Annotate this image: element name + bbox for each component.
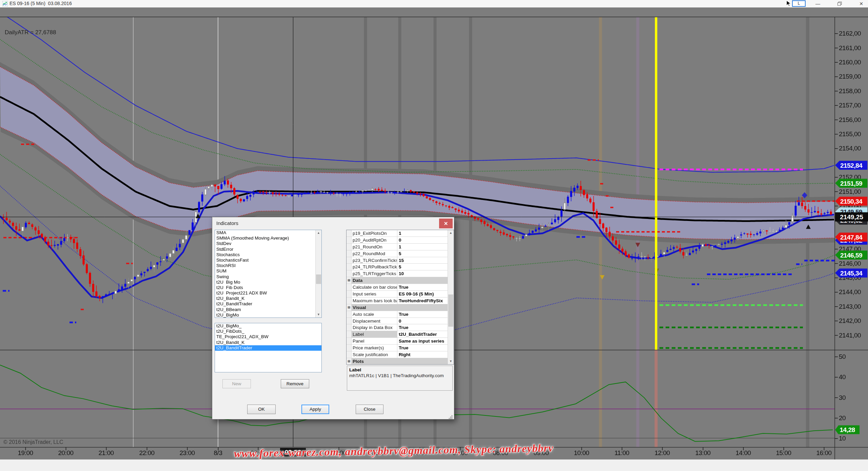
remove-button[interactable]: Remove bbox=[281, 379, 309, 388]
applied-indicator-item[interactable]: TE_Project221_ADX_BW bbox=[215, 334, 321, 340]
property-name: Scale justification bbox=[352, 351, 397, 358]
property-name: Price marker(s) bbox=[352, 345, 397, 351]
indicator-list-item[interactable]: t2U_BBeam bbox=[215, 307, 321, 312]
scroll-down-icon[interactable]: ▼ bbox=[448, 359, 454, 364]
indicator-list-item[interactable]: t2U Project221 ADX BW bbox=[215, 290, 321, 296]
property-value[interactable]: 5 bbox=[397, 264, 454, 270]
property-value[interactable]: True bbox=[397, 311, 454, 318]
indicator-list-item[interactable]: Stochastics bbox=[215, 252, 321, 258]
indicator-list-item[interactable]: StdDev bbox=[215, 241, 321, 246]
scroll-up-icon[interactable]: ▲ bbox=[448, 230, 454, 236]
property-value[interactable]: Same as input series bbox=[397, 338, 454, 344]
property-name: p21_RoundOn bbox=[352, 244, 397, 250]
indicator-list-item[interactable]: StochRSI bbox=[215, 263, 321, 268]
applied-indicator-item[interactable]: t2U_BanditTrader bbox=[215, 345, 321, 351]
property-value[interactable]: 1 bbox=[397, 230, 454, 237]
property-row[interactable]: Display in Data BoxTrue bbox=[347, 324, 454, 331]
property-row[interactable]: Auto scaleTrue bbox=[347, 311, 454, 318]
available-indicators-list[interactable]: SMASMMA (Smoothed Moving Average)StdDevS… bbox=[215, 230, 322, 318]
time-tick-label: 16:00 bbox=[816, 449, 831, 457]
time-tick-label: 11:00 bbox=[614, 449, 629, 457]
indicator-list-item[interactable]: StdError bbox=[215, 247, 321, 252]
ninjatrader-chart-window: ES 09-16 (5 Min) 03.08.2016 L — ✕ ES 09-… bbox=[0, 0, 868, 471]
scroll-up-icon[interactable]: ▲ bbox=[316, 230, 321, 236]
property-value[interactable]: 1 bbox=[397, 244, 454, 250]
property-row[interactable]: Labelt2U_BanditTrader bbox=[347, 331, 454, 338]
property-value[interactable]: Right bbox=[397, 351, 454, 358]
indicator-list-item[interactable]: t2U_Bandit_K bbox=[215, 296, 321, 301]
time-tick-label: 15:00 bbox=[776, 449, 791, 457]
apply-button[interactable]: Apply bbox=[301, 405, 329, 414]
property-row[interactable]: p24_TLRPullbackTicks5 bbox=[347, 264, 454, 270]
property-section-row[interactable]: ⊟Data bbox=[347, 277, 454, 284]
available-list-scrollbar[interactable]: ▲ ▼ bbox=[315, 230, 321, 318]
applied-indicator-item[interactable]: t2U_FibDots_ bbox=[215, 329, 321, 334]
indicator-list-item[interactable]: Swing bbox=[215, 274, 321, 280]
crosshair-price-box: 2149,25 bbox=[835, 212, 868, 221]
new-button[interactable]: New bbox=[222, 379, 251, 388]
property-row[interactable]: p19_ExitPlotsOn1 bbox=[347, 230, 454, 237]
indicator-list-item[interactable]: t2U_BigMo bbox=[215, 312, 321, 318]
applied-indicator-item[interactable]: t2U_BigMo_ bbox=[215, 323, 321, 329]
price-tick-label: 2159,00 bbox=[839, 73, 861, 80]
property-name: p23_TLRConfirmTicks bbox=[352, 257, 397, 264]
properties-scrollbar[interactable]: ▲ ▼ bbox=[448, 230, 454, 364]
property-value[interactable]: TwoHundredFiftySix bbox=[397, 298, 454, 304]
property-value[interactable]: 15 bbox=[397, 257, 454, 264]
indicator-list-item[interactable]: SMMA (Smoothed Moving Average) bbox=[215, 236, 321, 241]
property-row[interactable]: Calculate on bar closeTrue bbox=[347, 284, 454, 291]
collapse-icon[interactable]: ⊟ bbox=[347, 304, 352, 311]
property-value[interactable]: True bbox=[397, 345, 454, 351]
property-value[interactable]: ES 09-16 (5 Min) bbox=[397, 291, 454, 297]
horizontal-scrollbar[interactable]: ‹ › bbox=[0, 459, 868, 471]
property-row[interactable]: Maximum bars look backTwoHundredFiftySix bbox=[347, 298, 454, 304]
time-tick-label: 22:00 bbox=[139, 449, 154, 457]
maximize-button[interactable] bbox=[832, 0, 847, 7]
close-window-button[interactable]: ✕ bbox=[854, 0, 868, 7]
property-row[interactable]: Price marker(s)True bbox=[347, 345, 454, 351]
indicator-list-item[interactable]: t2U Big Mo bbox=[215, 280, 321, 285]
indicator-properties-grid[interactable]: p19_ExitPlotsOn1p20_AuditRptOn0p21_Round… bbox=[346, 230, 454, 365]
property-row[interactable]: p25_TLRTriggerTicks10 bbox=[347, 270, 454, 277]
indicators-dialog: Indicators ✕ SMASMMA (Smoothed Moving Av… bbox=[212, 217, 454, 419]
collapse-icon[interactable]: ⊟ bbox=[347, 277, 352, 284]
property-row[interactable]: Displacement0 bbox=[347, 318, 454, 325]
indicator-list-item[interactable]: SMA bbox=[215, 230, 321, 236]
indicator-list-item[interactable]: t2U_BanditTrader bbox=[215, 301, 321, 307]
property-value[interactable]: 0 bbox=[397, 237, 454, 243]
dialog-close-button[interactable]: ✕ bbox=[439, 219, 453, 228]
time-tick-label: 12:00 bbox=[654, 449, 670, 457]
property-section-row[interactable]: ⊟Visual bbox=[347, 304, 454, 311]
applied-indicators-list[interactable]: t2U_BigMo_t2U_FibDots_TE_Project221_ADX_… bbox=[215, 323, 322, 372]
indicator-list-item[interactable]: StochasticsFast bbox=[215, 258, 321, 263]
close-button[interactable]: Close bbox=[356, 405, 383, 414]
property-value[interactable]: 0 bbox=[397, 318, 454, 324]
scrollbar-thumb[interactable] bbox=[316, 274, 321, 284]
scrollbar-thumb[interactable] bbox=[448, 294, 453, 327]
property-value[interactable]: True bbox=[397, 324, 454, 331]
property-row[interactable]: p20_AuditRptOn0 bbox=[347, 237, 454, 244]
title-bar[interactable]: ES 09-16 (5 Min) 03.08.2016 L — ✕ bbox=[0, 0, 868, 7]
minimize-button[interactable]: — bbox=[810, 0, 825, 7]
property-value[interactable]: 5 bbox=[397, 250, 454, 257]
property-value[interactable]: t2U_BanditTrader bbox=[397, 331, 454, 337]
indicator-list-item[interactable]: t2U Fib Dots bbox=[215, 285, 321, 290]
oscillator-tick-label: 40 bbox=[839, 373, 846, 381]
property-value[interactable]: True bbox=[397, 284, 454, 290]
indicator-list-item[interactable]: SUM bbox=[215, 268, 321, 274]
property-row[interactable]: PanelSame as input series bbox=[347, 338, 454, 345]
property-value[interactable]: 10 bbox=[397, 270, 454, 277]
gutter bbox=[347, 331, 352, 337]
property-row[interactable]: p21_RoundOn1 bbox=[347, 244, 454, 250]
property-row[interactable]: Input seriesES 09-16 (5 Min) bbox=[347, 291, 454, 298]
scroll-down-icon[interactable]: ▼ bbox=[316, 312, 321, 318]
property-row[interactable]: p22_RoundMod5 bbox=[347, 250, 454, 257]
dialog-resize-grip[interactable] bbox=[449, 415, 453, 419]
property-row[interactable]: Scale justificationRight bbox=[347, 351, 454, 358]
property-row[interactable]: p23_TLRConfirmTicks15 bbox=[347, 257, 454, 264]
property-section-row[interactable]: ⊟Plots bbox=[347, 358, 454, 365]
ok-button[interactable]: OK bbox=[247, 405, 276, 414]
applied-indicator-item[interactable]: t2U_Bandit_K bbox=[215, 340, 321, 345]
collapse-icon[interactable]: ⊟ bbox=[347, 358, 352, 365]
link-button[interactable]: L bbox=[792, 0, 806, 7]
